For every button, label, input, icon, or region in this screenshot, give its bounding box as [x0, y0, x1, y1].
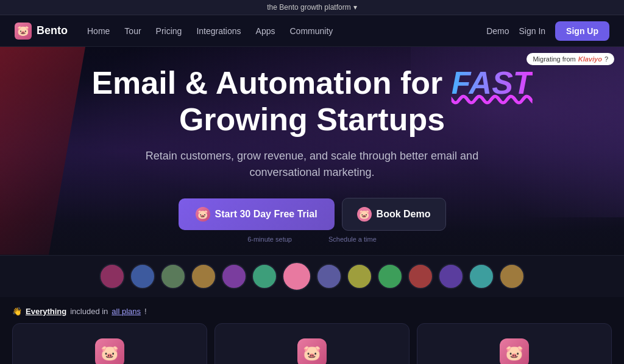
avatar	[377, 264, 403, 289]
nav-integrations[interactable]: Integrations	[196, 26, 241, 36]
hero-title-line1: Email & Automation for	[91, 65, 442, 100]
card-email-icon: 🐷	[95, 338, 124, 364]
logo-icon: 🐷	[15, 23, 32, 40]
avatar	[499, 264, 525, 289]
announcement-bar: the Bento growth platform ▾	[0, 0, 624, 15]
hero-subtitle: Retain customers, grow revenue, and scal…	[129, 148, 495, 181]
hero-content: Email & Automation for FAST Growing Star…	[91, 65, 532, 243]
nav-tour[interactable]: Tour	[124, 26, 141, 36]
all-plans-link[interactable]: all plans	[112, 307, 141, 316]
avatar	[438, 264, 464, 289]
card-chat: 🐷 Chat Engage in conversations 1-on-1 ov…	[417, 323, 612, 364]
avatar	[252, 264, 277, 289]
cta-secondary-label: Book Demo	[377, 209, 431, 220]
avatar	[221, 264, 247, 289]
nav-home[interactable]: Home	[87, 26, 110, 36]
navbar: 🐷 Bento Home Tour Pricing Integrations A…	[0, 15, 624, 47]
cta-primary-label: Start 30 Day Free Trial	[215, 209, 317, 220]
avatar	[347, 264, 372, 289]
avatars-row	[0, 255, 624, 297]
avatar	[99, 264, 125, 289]
avatar	[282, 262, 311, 291]
hero-title: Email & Automation for FAST Growing Star…	[91, 65, 532, 138]
nav-pricing[interactable]: Pricing	[156, 26, 182, 36]
everything-badge: 👋 Everything included in all plans !	[12, 307, 612, 316]
cta-secondary-button[interactable]: 🐷 Book Demo	[342, 198, 446, 231]
migrating-text: Migrating from	[533, 55, 575, 63]
avatar	[316, 264, 342, 289]
announcement-chevron: ▾	[353, 3, 357, 12]
migrating-tooltip: Migrating from Klaviyo ?	[526, 53, 614, 65]
klaviyo-label: Klaviyo	[578, 55, 602, 63]
nav-signin[interactable]: Sign In	[519, 26, 546, 36]
nav-signup-button[interactable]: Sign Up	[555, 21, 609, 41]
cta-secondary-icon: 🐷	[357, 207, 372, 222]
exclamation: !	[144, 307, 147, 316]
nav-community[interactable]: Community	[289, 26, 333, 36]
nav-right: Demo Sign In Sign Up	[486, 21, 609, 41]
nav-apps[interactable]: Apps	[256, 26, 275, 36]
included-text: included in	[70, 307, 108, 316]
avatar	[408, 264, 433, 289]
migrating-question: ?	[604, 55, 608, 63]
avatar	[130, 264, 155, 289]
card-email-sms: 🐷 Email & SMS Send targeted messages to …	[12, 323, 207, 364]
nav-links: Home Tour Pricing Integrations Apps Comm…	[87, 26, 486, 36]
cards-grid: 🐷 Email & SMS Send targeted messages to …	[12, 323, 612, 364]
announcement-text: the Bento growth platform	[267, 3, 350, 12]
cta-secondary-hint: Schedule a time	[328, 236, 377, 243]
hero-section: Email & Automation for FAST Growing Star…	[0, 47, 624, 255]
avatar	[469, 264, 494, 289]
cards-section: 👋 Everything included in all plans ! 🐷 E…	[0, 297, 624, 364]
cta-hints: 6-minute setup Schedule a time	[91, 236, 532, 243]
avatar	[191, 264, 216, 289]
hero-title-fast: FAST	[452, 65, 533, 100]
cta-primary-icon: 🐷	[196, 207, 210, 222]
card-chat-icon: 🐷	[500, 338, 529, 364]
card-flows-icon: 🐷	[297, 338, 327, 364]
avatar	[160, 264, 186, 289]
cta-primary-hint: 6-minute setup	[247, 236, 292, 243]
hero-cta: 🐷 Start 30 Day Free Trial 🐷 Book Demo	[91, 198, 532, 231]
cta-primary-button[interactable]: 🐷 Start 30 Day Free Trial	[179, 198, 335, 230]
nav-logo[interactable]: 🐷 Bento	[15, 23, 68, 40]
logo-emoji: 🐷	[17, 25, 29, 37]
brand-name: Bento	[37, 24, 68, 37]
card-flows: 🐷 Flows Create automations based on user…	[214, 323, 410, 364]
wave-emoji: 👋	[12, 307, 22, 316]
everything-label: Everything	[26, 307, 66, 316]
nav-demo[interactable]: Demo	[486, 26, 509, 36]
hero-title-line2: Growing Startups	[179, 102, 445, 137]
